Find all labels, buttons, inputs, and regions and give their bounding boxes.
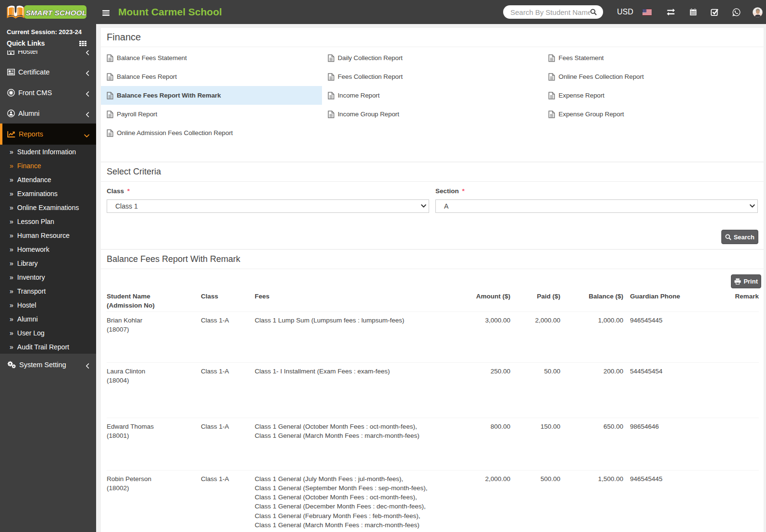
svg-text:SMART SCHOOL: SMART SCHOOL [26,9,86,17]
